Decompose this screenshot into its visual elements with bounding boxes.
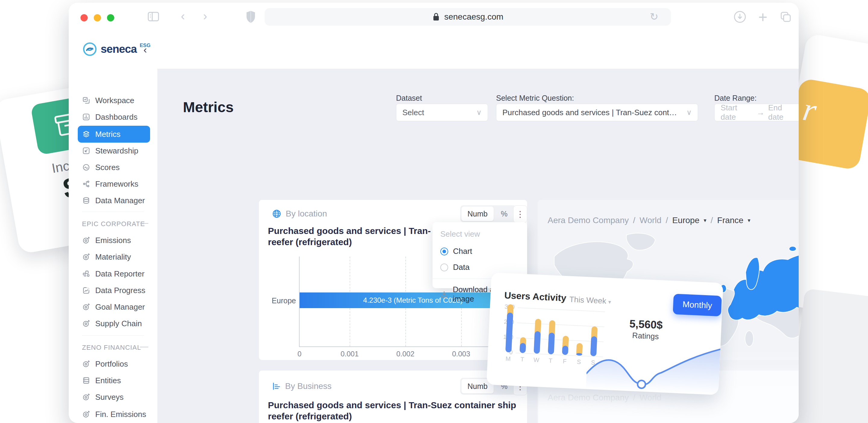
sidebar-item-emissions[interactable]: Emissions [78,232,150,249]
target-icon [82,236,90,244]
menu-header: Select view [440,230,519,239]
mini-bar-blue [520,343,526,353]
mini-bar-blue [548,333,555,354]
tab-overview-icon[interactable] [779,10,792,23]
sidebar-item-stewardship[interactable]: Stewardship [78,142,150,159]
sidebar-item-surveys[interactable]: Surveys [78,389,150,405]
sidebar-item-supply-chain[interactable]: Supply Chain [78,315,150,332]
date-range-label: Date Range: [714,94,756,102]
panel-label-text: By Business [285,382,332,391]
target-icon [82,410,90,419]
download-icon [440,290,448,298]
radio-selected-icon[interactable] [440,247,448,255]
chart-title-line2: reefer (refrigerated) [268,411,352,422]
toggle-number[interactable]: Numb [461,207,494,221]
target-icon [82,303,90,311]
chart-title-line1: Purchased goods and services | Tran-Suez… [268,399,516,411]
sidebar-item-label: Emissions [95,236,131,245]
dataset-select[interactable]: Select ∨ [396,104,488,121]
minimize-window-button[interactable] [94,14,101,22]
radio-icon[interactable] [440,264,448,271]
database-icon [82,196,90,205]
workspace-icon [82,96,90,104]
caret-down-icon: ▾ [704,217,707,224]
caret-down-icon: ▾ [608,299,611,305]
new-tab-icon[interactable]: + [758,8,767,26]
category-label: Europe [271,296,296,305]
arrow-right-icon: → [757,108,765,117]
sidebar-item-fin-emissions[interactable]: Fin. Emissions [78,406,150,423]
x-tick: 0 [298,350,301,358]
section-label-zeno-financial: ZENO FINANCIAL [82,344,141,352]
sidebar-item-entities[interactable]: Entities [78,372,150,389]
app-logo[interactable]: seneca ESG [82,41,150,57]
x-tick: 0.001 [341,350,359,358]
toggle-percent[interactable]: % [494,210,515,218]
metric-question-select[interactable]: Purchased goods and services | Tran-Suez… [496,104,698,121]
menu-option-chart[interactable]: Chart [440,247,519,256]
maximize-window-button[interactable] [107,14,114,22]
sidebar-item-label: Scores [95,163,120,172]
reload-icon[interactable]: ↻ [650,10,658,23]
menu-option-data[interactable]: Data [440,263,519,272]
start-date-placeholder: Start date [721,103,753,122]
mini-bar-blue [505,312,513,353]
mini-bar-blue [562,345,568,355]
panel-menu-button[interactable]: ⋮ [513,205,527,223]
sidebar-item-scores[interactable]: Scores [78,159,150,176]
close-window-button[interactable] [81,14,88,22]
crumb-separator: / [666,216,668,225]
sidebar-item-data-progress[interactable]: Data Progress [78,282,150,299]
forward-button[interactable]: › [203,10,207,22]
sidebar-item-data-reporter[interactable]: Data Reporter [78,265,150,282]
sidebar-item-dashboards[interactable]: Dashboards [78,109,150,125]
sidebar-item-label: Supply Chain [95,319,142,328]
sidebar-item-frameworks[interactable]: Frameworks [78,176,150,192]
crumb-separator: / [711,216,713,225]
ratings-value: 5,560$ [616,317,677,332]
sidebar-item-metrics[interactable]: Metrics [78,126,150,143]
metrics-layers-icon [82,130,90,139]
browser-titlebar: ‹ › senecaesg.com ↻ + [69,3,799,31]
sidebar-item-label: Data Reporter [95,269,144,279]
line-marker [638,380,646,388]
lock-icon [432,12,440,22]
progress-chart-icon [82,286,90,295]
crumb-world[interactable]: World [640,216,661,225]
crumb-france[interactable]: France [717,216,744,225]
entities-icon [82,376,90,385]
shield-icon[interactable] [245,10,257,24]
section-label-epic-corporate: EPIC CORPORATE [82,220,145,228]
chevron-down-icon: ∨ [476,108,482,117]
mini-day-label: M [505,355,511,362]
sidebar-item-goal-manager[interactable]: Goal Manager [78,299,150,315]
sidebar-item-label: Goal Manager [95,302,145,312]
address-bar[interactable]: senecaesg.com [265,8,671,26]
crumb-company[interactable]: Aera Demo Company [548,216,629,225]
frameworks-icon [82,180,90,188]
globe-icon [272,209,281,219]
crumb-europe[interactable]: Europe [672,216,699,225]
downloads-icon[interactable] [734,10,746,23]
sidebar-item-label: Workspace [95,96,134,105]
ratings-line-chart [586,338,721,395]
sidebar-toggle-icon[interactable] [147,10,160,23]
stewardship-icon [82,147,90,155]
sidebar-item-materiality[interactable]: Materiality [78,248,150,265]
date-range-input[interactable]: Start date → End date [714,104,799,121]
sidebar-item-data-manager[interactable]: Data Manager [78,192,150,209]
sidebar-item-portfolios[interactable]: Portfolios [78,356,150,372]
section-collapse-icon[interactable]: — [140,341,148,351]
sidebar-item-label: Frameworks [95,179,138,189]
section-collapse-icon[interactable]: — [140,218,148,228]
mini-day-label: W [533,356,539,364]
users-activity-card: Users Activity This Week ▾ Monthly 30020… [487,273,723,395]
menu-option-label: Chart [453,247,472,256]
sidebar-collapse-icon[interactable]: ‹ [144,44,147,56]
bar-chart-icon [272,382,281,391]
sidebar-item-workspace[interactable]: Workspace [78,92,150,109]
sidebar-item-label: Data Progress [95,286,145,295]
back-button[interactable]: ‹ [181,10,185,22]
unit-toggle[interactable]: Numb % [460,205,516,222]
monthly-button[interactable]: Monthly [673,294,722,316]
